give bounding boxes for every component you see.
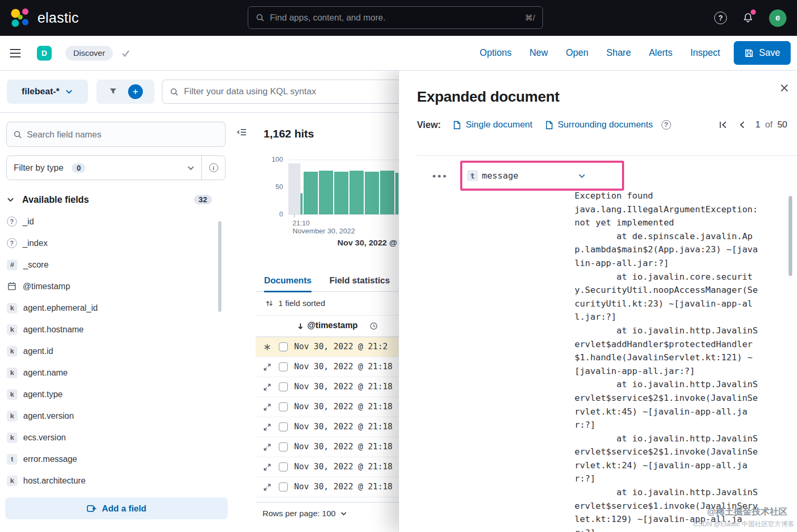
histogram-bar[interactable] — [380, 171, 394, 214]
menu-alerts[interactable]: Alerts — [649, 47, 673, 58]
field-item[interactable]: kecs.version — [0, 427, 227, 448]
row-checkbox[interactable] — [279, 422, 288, 431]
field-item[interactable]: ?_id — [0, 211, 227, 232]
row-timestamp: Nov 30, 2022 @ 21:18 — [294, 462, 393, 471]
expand-document-icon[interactable] — [263, 443, 271, 451]
field-item[interactable]: kagent.name — [0, 362, 227, 383]
field-filter-info-button[interactable]: i — [202, 156, 225, 180]
help-icon[interactable]: ? — [662, 120, 671, 130]
menu-inspect[interactable]: Inspect — [691, 47, 720, 58]
histogram-bar[interactable] — [304, 172, 318, 214]
flyout-scrollbar-thumb[interactable] — [789, 196, 792, 276]
tab-documents[interactable]: Documents — [264, 269, 312, 292]
collapse-sidebar-button[interactable] — [235, 125, 249, 139]
expand-document-icon[interactable] — [263, 363, 271, 371]
save-button[interactable]: Save — [734, 41, 791, 65]
filter-by-type-label: Filter by type — [14, 163, 63, 173]
tab-field-statistics[interactable]: Field statistics — [329, 269, 390, 292]
histogram-bar[interactable] — [334, 172, 348, 214]
add-filter-button[interactable] — [128, 84, 143, 99]
help-icon[interactable]: ? — [714, 12, 727, 24]
sorted-label: 1 field sorted — [278, 299, 325, 308]
row-checkbox[interactable] — [279, 442, 288, 451]
first-page-button[interactable] — [717, 119, 729, 131]
sidebar-scrollbar-thumb[interactable] — [218, 221, 221, 312]
row-checkbox[interactable] — [279, 362, 288, 371]
field-item[interactable]: kagent.id — [0, 340, 227, 362]
pager-of-label: of — [765, 120, 772, 130]
single-document-link[interactable]: Single document — [452, 120, 532, 130]
field-search[interactable] — [6, 122, 226, 147]
global-header: elastic ⌘/ ? e — [0, 0, 797, 36]
sort-descending-icon — [296, 322, 305, 330]
breadcrumb[interactable]: Discover — [65, 46, 113, 61]
notifications-button[interactable] — [742, 12, 754, 24]
watermark-line1: @稀土掘金技术社区 — [707, 506, 788, 518]
add-field-button[interactable]: Add a field — [5, 497, 228, 519]
row-checkbox[interactable] — [279, 342, 288, 351]
notification-badge — [751, 9, 756, 15]
row-timestamp: Nov 30, 2022 @ 21:18 — [294, 442, 393, 451]
number-field-icon: # — [7, 260, 17, 270]
field-item[interactable]: kagent.version — [0, 405, 227, 427]
histogram-bar[interactable] — [349, 171, 364, 214]
field-item[interactable]: khost.architecture — [0, 470, 227, 491]
row-checkbox[interactable] — [279, 402, 288, 411]
rows-per-page-button[interactable]: Rows per page: 100 — [263, 509, 347, 518]
global-search[interactable]: ⌘/ — [248, 6, 543, 29]
menu-options[interactable]: Options — [480, 47, 511, 58]
field-item[interactable]: #_score — [0, 254, 227, 275]
timestamp-column-header[interactable]: @timestamp — [307, 321, 358, 330]
hamburger-menu-icon[interactable] — [8, 47, 22, 60]
histogram-bar[interactable] — [319, 171, 333, 214]
expand-document-icon[interactable] — [263, 423, 271, 431]
rows-per-page-label: Rows per page: 100 — [263, 509, 336, 518]
field-name[interactable]: message — [482, 171, 519, 181]
filter-funnel-icon[interactable] — [109, 87, 118, 96]
message-field-value: Exception found java.lang.IllegalArgumen… — [575, 189, 759, 532]
search-icon — [13, 130, 22, 139]
sort-fields-button[interactable]: 1 field sorted — [265, 299, 325, 308]
user-avatar[interactable]: e — [769, 9, 786, 27]
expand-document-icon[interactable] — [263, 463, 271, 471]
data-view-picker[interactable]: filebeat-* — [7, 80, 88, 104]
field-item[interactable]: kagent.hostname — [0, 319, 227, 340]
field-list: ?_id ?_index #_score @timestamp kagent.e… — [0, 211, 227, 491]
text-field-icon: t — [467, 170, 478, 181]
field-item[interactable]: kagent.type — [0, 383, 227, 405]
row-checkbox[interactable] — [279, 482, 288, 491]
chevron-down-icon[interactable] — [578, 172, 586, 180]
field-item[interactable]: ?_index — [0, 232, 227, 254]
previous-page-button[interactable] — [736, 119, 748, 131]
filter-by-type-select[interactable]: Filter by type 0 i — [6, 155, 226, 180]
row-checkbox[interactable] — [279, 382, 288, 391]
sort-icon — [265, 299, 274, 308]
global-search-input[interactable] — [270, 13, 521, 23]
close-flyout-button[interactable] — [777, 81, 791, 95]
expand-document-icon[interactable] — [263, 383, 271, 391]
field-actions-button[interactable] — [433, 172, 449, 180]
field-item[interactable]: @timestamp — [0, 275, 227, 297]
data-view-name: filebeat-* — [22, 86, 60, 97]
field-item[interactable]: kagent.ephemeral_id — [0, 297, 227, 319]
expand-document-icon[interactable] — [263, 483, 271, 491]
row-timestamp: Nov 30, 2022 @ 21:18 — [294, 482, 393, 491]
x-axis-date-label: November 30, 2022 — [293, 227, 355, 235]
menu-share[interactable]: Share — [606, 47, 631, 58]
menu-open[interactable]: Open — [566, 47, 588, 58]
field-search-input[interactable] — [27, 130, 219, 140]
x-axis-tick-mark — [294, 214, 295, 218]
histogram-bar[interactable] — [365, 172, 379, 214]
row-checkbox[interactable] — [279, 462, 288, 471]
menu-new[interactable]: New — [529, 47, 548, 58]
surrounding-documents-link[interactable]: Surrounding documents — [545, 120, 653, 130]
clock-icon — [370, 322, 378, 330]
search-shortcut-hint: ⌘/ — [525, 13, 535, 23]
elastic-logo-icon[interactable] — [11, 8, 31, 28]
space-avatar[interactable]: D — [37, 46, 52, 61]
expand-document-icon[interactable] — [263, 403, 271, 411]
available-fields-header[interactable]: Available fields 32 — [6, 192, 226, 208]
row-timestamp: Nov 30, 2022 @ 21:18 — [294, 382, 393, 391]
field-item[interactable]: terror.message — [0, 448, 227, 470]
anchor-document-icon[interactable] — [263, 343, 271, 351]
